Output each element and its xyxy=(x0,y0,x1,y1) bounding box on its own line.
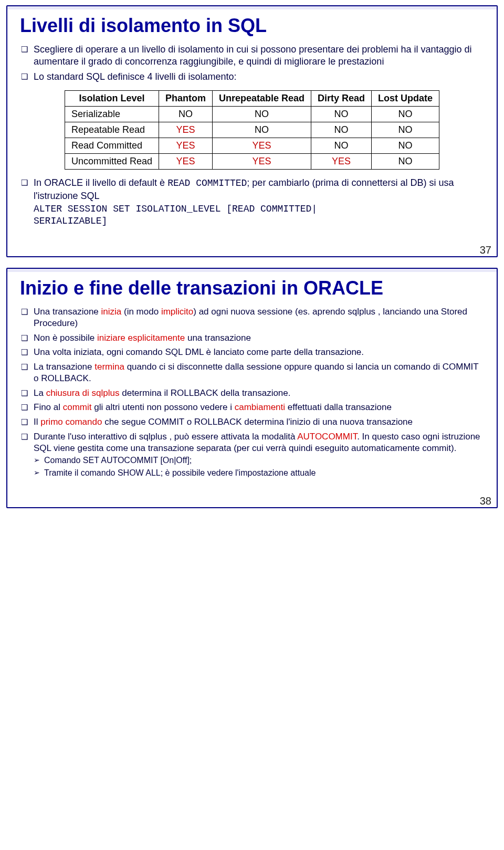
table-row: Uncommitted ReadYESYESYESNO xyxy=(65,154,439,170)
isolation-table: Isolation Level Phantom Unrepeatable Rea… xyxy=(65,90,439,170)
bullet-item: Durante l'uso interattivo di sqlplus , p… xyxy=(20,431,484,478)
bullet-text: Scegliere di operare a un livello di iso… xyxy=(34,44,472,67)
table-row: Read CommittedYESYESNONO xyxy=(65,138,439,154)
table-cell: YES xyxy=(212,154,311,170)
page-title: Inizio e fine delle transazioni in ORACL… xyxy=(20,277,484,299)
table-row: SerializableNONONONO xyxy=(65,107,439,122)
table-cell: YES xyxy=(159,122,212,138)
table-cell: YES xyxy=(212,138,311,154)
bullet-list: Scegliere di operare a un livello di iso… xyxy=(20,44,484,83)
bullet-list: In ORACLE il livello di default è READ C… xyxy=(20,177,484,227)
col-header: Lost Update xyxy=(372,91,439,107)
table-cell: NO xyxy=(159,107,212,122)
table-cell: NO xyxy=(212,122,311,138)
row-label: Read Committed xyxy=(65,138,159,154)
page-number: 38 xyxy=(7,495,497,507)
code-line: SERIALIZABLE] xyxy=(34,215,484,227)
table-cell: NO xyxy=(372,138,439,154)
page-number: 37 xyxy=(7,244,497,256)
sub-bullet: Comando SET AUTOCOMMIT [On|Off]; xyxy=(34,455,484,466)
page-title: Livelli di isolamento in SQL xyxy=(20,15,484,36)
bullet-item: Una volta iniziata, ogni comando SQL DML… xyxy=(20,347,484,358)
bullet-item: Una transazione inizia (in modo implicit… xyxy=(20,306,484,329)
col-header: Unrepeatable Read xyxy=(212,91,311,107)
table-cell: YES xyxy=(159,138,212,154)
table-cell: YES xyxy=(159,154,212,170)
table-cell: NO xyxy=(212,107,311,122)
table-row: Repeatable ReadYESNONONO xyxy=(65,122,439,138)
slide-content: Inizio e fine delle transazioni in ORACL… xyxy=(7,269,497,491)
table-cell: NO xyxy=(311,138,372,154)
table-cell: NO xyxy=(372,154,439,170)
bullet-item: La chiusura di sqlplus determina il ROLL… xyxy=(20,387,484,399)
bullet-item: Il primo comando che segue COMMIT o ROLL… xyxy=(20,416,484,428)
bullet-text: Lo standard SQL definisce 4 livelli di i… xyxy=(34,71,237,82)
bullet-item: Fino al commit gli altri utenti non poss… xyxy=(20,402,484,413)
bullet-list: Una transazione inizia (in modo implicit… xyxy=(20,306,484,478)
col-header: Phantom xyxy=(159,91,212,107)
bullet-item: Scegliere di operare a un livello di iso… xyxy=(20,44,484,68)
table-cell: NO xyxy=(311,107,372,122)
slide-38: Inizio e fine delle transazioni in ORACL… xyxy=(6,268,498,509)
table-header-row: Isolation Level Phantom Unrepeatable Rea… xyxy=(65,91,439,107)
row-label: Serializable xyxy=(65,107,159,122)
row-label: Uncommitted Read xyxy=(65,154,159,170)
bullet-item: Lo standard SQL definisce 4 livelli di i… xyxy=(20,71,484,83)
row-label: Repeatable Read xyxy=(65,122,159,138)
table-cell: YES xyxy=(311,154,372,170)
table-cell: NO xyxy=(372,107,439,122)
bullet-item: La transazione termina quando ci si disc… xyxy=(20,361,484,384)
table-cell: NO xyxy=(372,122,439,138)
bullet-item: In ORACLE il livello di default è READ C… xyxy=(20,177,484,227)
bullet-item: Non è possibile iniziare esplicitamente … xyxy=(20,332,484,344)
bullet-text: In ORACLE il livello di default è xyxy=(34,177,167,188)
sub-bullet: Tramite il comando SHOW ALL; è possibile… xyxy=(34,468,484,478)
slide-37: Livelli di isolamento in SQL Scegliere d… xyxy=(6,5,498,257)
code-line: ALTER SESSION SET ISOLATION_LEVEL [READ … xyxy=(34,203,484,215)
slide-content: Livelli di isolamento in SQL Scegliere d… xyxy=(7,6,497,240)
inline-code: READ COMMITTED xyxy=(167,178,247,188)
table-cell: NO xyxy=(311,122,372,138)
col-header: Dirty Read xyxy=(311,91,372,107)
col-header: Isolation Level xyxy=(65,91,159,107)
